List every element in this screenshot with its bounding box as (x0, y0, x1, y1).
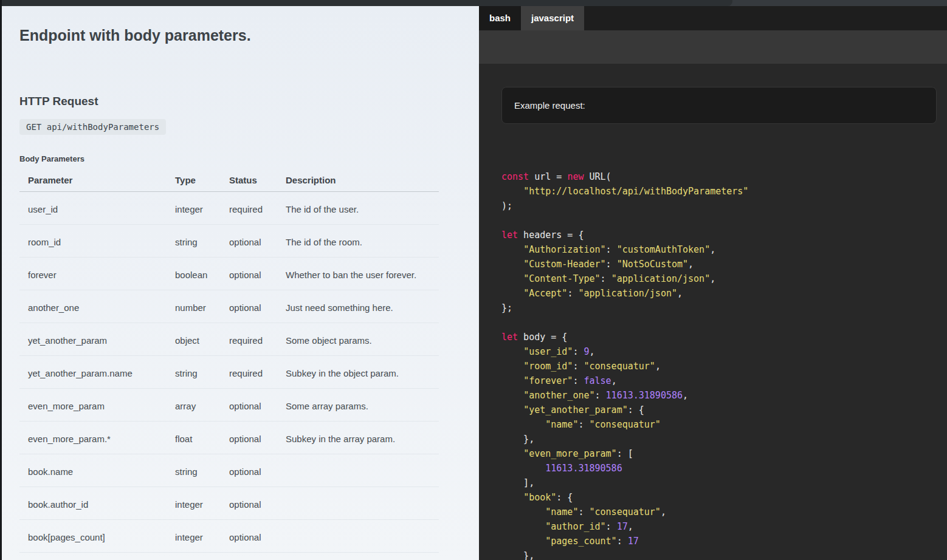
code-line: const url = new URL( (501, 169, 937, 184)
description-cell: Subkey in the object param. (277, 356, 439, 389)
code-line: "even_more_param": [ (501, 446, 937, 461)
parameter-cell: another_one (19, 290, 167, 323)
column-header-parameter: Parameter (19, 170, 167, 192)
parameter-cell: yet_another_param (19, 323, 167, 356)
type-cell: integer (167, 520, 221, 553)
code-line: ); (501, 199, 937, 213)
code-area: Example request: const url = new URL( "h… (479, 64, 947, 560)
type-cell: number (167, 290, 221, 323)
tab-javascript[interactable]: javascript (521, 6, 584, 30)
status-cell: optional (221, 487, 277, 520)
code-line: "Custom-Header": "NotSoCustom", (501, 257, 937, 271)
page-title: Endpoint with body parameters. (19, 27, 479, 44)
code-line: "another_one": 11613.31890586, (501, 388, 937, 403)
code-line (501, 315, 937, 330)
http-method: GET (26, 122, 41, 132)
code-line: "author_id": 17, (501, 519, 937, 534)
window-left-edge (0, 0, 2, 560)
api-docs-page: Endpoint with body parameters. HTTP Requ… (0, 6, 947, 560)
parameter-cell: user_id (19, 192, 167, 225)
status-cell: optional (221, 258, 277, 290)
description-cell (277, 454, 439, 487)
table-row: even_more_param.*floatoptionalSubkey in … (19, 422, 439, 454)
code-line: "book": { (501, 490, 937, 505)
code-panel: bashjavascript Example request: const ur… (479, 6, 947, 560)
status-cell: optional (221, 520, 277, 553)
table-row: another_onenumberoptionalJust need somet… (19, 290, 439, 323)
code-line: "room_id": "consequatur", (501, 359, 937, 374)
example-request-box: Example request: (501, 87, 937, 124)
description-cell: Just need something here. (277, 290, 439, 323)
code-line: 11613.31890586 (501, 461, 937, 476)
status-cell: required (221, 356, 277, 389)
type-cell: integer (167, 192, 221, 225)
example-request-label: Example request: (514, 100, 585, 111)
table-row: foreverbooleanoptionalWhether to ban the… (19, 258, 439, 290)
status-cell: optional (221, 422, 277, 454)
description-cell: Subkey in the array param. (277, 422, 439, 454)
parameter-cell: yet_another_param.name (19, 356, 167, 389)
code-line: "name": "consequatur" (501, 417, 937, 432)
body-parameters-label: Body Parameters (19, 154, 479, 163)
type-cell: object (167, 323, 221, 356)
table-row: user_idintegerrequiredThe id of the user… (19, 192, 439, 225)
table-row: yet_another_paramobjectrequiredSome obje… (19, 323, 439, 356)
column-header-status: Status (221, 170, 277, 192)
status-cell: required (221, 192, 277, 225)
parameter-cell: book[pages_count] (19, 520, 167, 553)
type-cell: string (167, 356, 221, 389)
table-row: book.author_idintegeroptional (19, 487, 439, 520)
table-row: room_idstringoptionalThe id of the room. (19, 225, 439, 258)
code-line: "Accept": "application/json", (501, 286, 937, 301)
table-row: even_more_paramarrayoptionalSome array p… (19, 389, 439, 422)
code-line: }, (501, 432, 937, 446)
endpoint-badge: GET api/withBodyParameters (19, 119, 166, 135)
tab-bash[interactable]: bash (479, 6, 521, 30)
window-top-edge (0, 0, 947, 6)
code-line: "forever": false, (501, 374, 937, 388)
column-header-description: Description (277, 170, 439, 192)
description-cell (277, 487, 439, 520)
table-row: book.namestringoptional (19, 454, 439, 487)
code-line: "user_id": 9, (501, 344, 937, 359)
status-cell: optional (221, 389, 277, 422)
description-cell: Whether to ban the user forever. (277, 258, 439, 290)
parameter-cell: book.name (19, 454, 167, 487)
language-tab-bar: bashjavascript (479, 6, 947, 30)
description-cell: Some array params. (277, 389, 439, 422)
status-cell: optional (221, 454, 277, 487)
description-cell (277, 520, 439, 553)
code-line: "pages_count": 17 (501, 534, 937, 548)
code-line: "Authorization": "customAuthToken", (501, 242, 937, 257)
status-cell: optional (221, 290, 277, 323)
type-cell: string (167, 454, 221, 487)
table-row: book[pages_count]integeroptional (19, 520, 439, 553)
table-row: yet_another_param.namestringrequiredSubk… (19, 356, 439, 389)
parameter-cell: even_more_param (19, 389, 167, 422)
code-line: let headers = { (501, 228, 937, 242)
type-cell: string (167, 225, 221, 258)
code-line: "http://localhost/api/withBodyParameters… (501, 184, 937, 199)
endpoint-path: api/withBodyParameters (47, 122, 159, 132)
code-line: "name": "consequatur", (501, 505, 937, 519)
http-request-heading: HTTP Request (19, 95, 479, 108)
status-cell: optional (221, 225, 277, 258)
type-cell: integer (167, 487, 221, 520)
parameter-cell: forever (19, 258, 167, 290)
code-line: }; (501, 301, 937, 315)
code-line: let body = { (501, 330, 937, 344)
type-cell: boolean (167, 258, 221, 290)
description-cell: The id of the room. (277, 225, 439, 258)
code-line: ], (501, 476, 937, 490)
window-top-edge-dark-segment (0, 0, 732, 6)
documentation-panel: Endpoint with body parameters. HTTP Requ… (0, 6, 479, 560)
table-header-row: ParameterTypeStatusDescription (19, 170, 439, 192)
description-cell: Some object params. (277, 323, 439, 356)
code-line: "yet_another_param": { (501, 403, 937, 417)
type-cell: float (167, 422, 221, 454)
description-cell: The id of the user. (277, 192, 439, 225)
type-cell: array (167, 389, 221, 422)
code-line: "Content-Type": "application/json", (501, 271, 937, 286)
parameter-cell: even_more_param.* (19, 422, 167, 454)
body-parameters-table: ParameterTypeStatusDescription user_idin… (19, 170, 439, 553)
